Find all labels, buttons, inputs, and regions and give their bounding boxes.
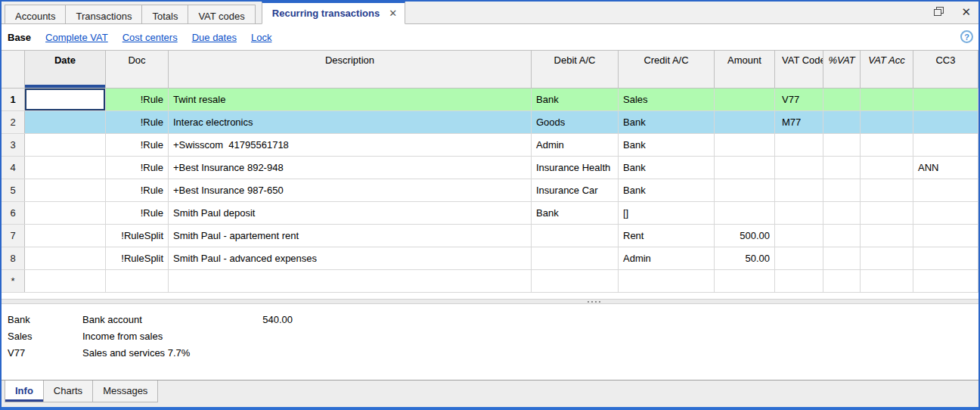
cell-cc3[interactable] [913,179,978,201]
header-description[interactable]: Description [169,51,532,88]
cell-doc[interactable]: !Rule [106,157,169,179]
cell-amount[interactable]: 50.00 [715,247,775,269]
cell-date[interactable] [25,111,106,133]
cell-cc3[interactable] [913,270,978,292]
cell-amount[interactable]: 500.00 [715,225,775,247]
cell-cc3[interactable] [913,225,978,247]
cell-vat-acc[interactable] [861,202,913,224]
cell-date[interactable] [25,157,106,179]
cell-percent-vat[interactable] [823,270,861,292]
cell-debit-ac[interactable]: Admin [532,134,619,156]
header-date[interactable]: Date [25,51,106,88]
header-vat-acc[interactable]: VAT Acc [861,51,913,88]
view-lock[interactable]: Lock [251,32,271,43]
cell-credit-ac[interactable]: [] [619,202,715,224]
tab-recurring-transactions[interactable]: Recurring transactions ✕ [262,2,405,24]
cell-vat-acc[interactable] [861,134,913,156]
cell-credit-ac[interactable]: Bank [619,111,715,133]
cell-debit-ac[interactable] [532,247,619,269]
cell-vat-code[interactable] [775,157,823,179]
view-base[interactable]: Base [8,32,31,43]
cell-description[interactable]: Twint resale [169,89,532,110]
cell-percent-vat[interactable] [823,89,861,110]
cell-debit-ac[interactable]: Insurance Health [532,157,619,179]
cell-percent-vat[interactable] [823,134,861,156]
cell-credit-ac[interactable]: Sales [619,89,715,110]
cell-vat-code[interactable] [775,179,823,201]
view-due-dates[interactable]: Due dates [192,32,237,43]
cell-description[interactable]: Smith Paul - apartement rent [169,225,532,247]
cell-cc3[interactable] [913,89,978,110]
row-number[interactable]: 5 [2,179,25,201]
cell-amount[interactable] [715,202,775,224]
row-number[interactable]: * [2,270,25,292]
cell-credit-ac[interactable]: Rent [619,225,715,247]
cell-percent-vat[interactable] [823,247,861,269]
header-doc[interactable]: Doc [106,51,169,88]
cell-description[interactable]: Smith Paul deposit [169,202,532,224]
cell-doc[interactable]: !Rule [106,134,169,156]
cell-doc[interactable]: !Rule [106,111,169,133]
cell-percent-vat[interactable] [823,111,861,133]
cell-doc[interactable]: !RuleSplit [106,225,169,247]
cell-credit-ac[interactable]: Bank [619,179,715,201]
row-number[interactable]: 6 [2,202,25,224]
cell-vat-acc[interactable] [861,270,913,292]
cell-description[interactable]: +Swisscom 41795561718 [169,134,532,156]
cell-doc[interactable]: !Rule [106,202,169,224]
row-number[interactable]: 2 [2,111,25,133]
tab-vat-codes[interactable]: VAT codes [188,5,255,24]
cell-description[interactable] [169,270,532,292]
cell-vat-acc[interactable] [861,225,913,247]
cell-percent-vat[interactable] [823,157,861,179]
cell-description[interactable]: Interac electronics [169,111,532,133]
tab-messages[interactable]: Messages [92,380,158,402]
row-number[interactable]: 8 [2,247,25,269]
cell-credit-ac[interactable]: Admin [619,247,715,269]
cell-vat-code[interactable] [775,225,823,247]
cell-vat-code[interactable] [775,247,823,269]
cell-description[interactable]: +Best Insurance 987-650 [169,179,532,201]
cell-doc[interactable]: !Rule [106,179,169,201]
cell-debit-ac[interactable]: Insurance Car [532,179,619,201]
cell-vat-acc[interactable] [861,157,913,179]
header-cc3[interactable]: CC3 [913,51,978,88]
tab-charts[interactable]: Charts [43,380,93,402]
cell-doc[interactable] [106,270,169,292]
cell-date[interactable] [25,202,106,224]
cell-date[interactable] [25,89,106,110]
cell-percent-vat[interactable] [823,202,861,224]
tab-close-icon[interactable]: ✕ [389,8,397,19]
header-credit-ac[interactable]: Credit A/C [619,51,715,88]
cell-date[interactable] [25,270,106,292]
cell-amount[interactable] [715,179,775,201]
header-row-number[interactable] [2,51,25,88]
cell-doc[interactable]: !Rule [106,89,169,110]
row-number[interactable]: 7 [2,225,25,247]
cell-vat-acc[interactable] [861,247,913,269]
row-number[interactable]: 3 [2,134,25,156]
header-vat-code[interactable]: VAT Code [775,51,823,88]
view-cost-centers[interactable]: Cost centers [122,32,178,43]
cell-debit-ac[interactable]: Bank [532,89,619,110]
cell-credit-ac[interactable]: Bank [619,157,715,179]
help-icon[interactable]: ? [960,30,973,43]
cell-cc3[interactable] [913,202,978,224]
tab-totals[interactable]: Totals [141,5,188,24]
cell-amount[interactable] [715,270,775,292]
header-debit-ac[interactable]: Debit A/C [532,51,619,88]
cell-vat-acc[interactable] [861,179,913,201]
cell-vat-code[interactable] [775,134,823,156]
cell-cc3[interactable] [913,111,978,133]
cell-percent-vat[interactable] [823,225,861,247]
view-complete-vat[interactable]: Complete VAT [45,32,108,43]
cell-cc3[interactable] [913,134,978,156]
header-percent-vat[interactable]: %VAT [823,51,861,88]
cell-cc3[interactable]: ANN [913,157,978,179]
cell-date[interactable] [25,134,106,156]
tab-accounts[interactable]: Accounts [5,5,66,24]
tab-info[interactable]: Info [5,380,44,402]
cell-date[interactable] [25,247,106,269]
close-window-icon[interactable]: ✕ [961,6,971,17]
cell-amount[interactable] [715,89,775,110]
